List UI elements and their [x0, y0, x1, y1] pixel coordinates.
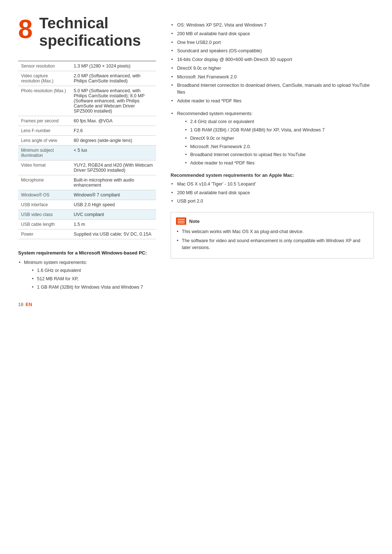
list-item: 1.6 GHz or equivalent [31, 267, 156, 274]
table-cell-label: Video format [18, 160, 71, 175]
table-cell-label: Lens angle of view [18, 135, 71, 145]
table-cell-label: Sensor resolution [18, 61, 71, 71]
right-minimum-list: OS: Windows XP SP2, Vista and Windows 72… [171, 22, 374, 105]
note-icon [176, 217, 186, 225]
table-row: Sensor resolution1.3 MP (1280 × 1024 pix… [18, 61, 156, 71]
list-item: DirectX 9.0c or higher [171, 65, 374, 72]
list-item: The software for video and sound enhance… [176, 237, 368, 251]
table-cell-value: F2.6 [71, 126, 156, 135]
table-row: Photo resolution (Max.)5.0 MP (Software … [18, 86, 156, 116]
note-box: Note This webcam works with Mac OS X as … [171, 212, 374, 258]
list-item: Microsoft .Net Framework 2.0. [184, 143, 374, 150]
table-row: Frames per second60 fps Max. @VGA [18, 116, 156, 126]
table-cell-label: Power [18, 229, 71, 239]
table-row: USB cable length1.5 m [18, 219, 156, 229]
table-row: MicrophoneBuilt-in microphone with audio… [18, 175, 156, 190]
list-item: Broadband Internet connection to upload … [184, 151, 374, 158]
table-cell-label: USB interface [18, 200, 71, 209]
page-language: EN [25, 302, 32, 307]
table-cell-value: Windows® 7 compliant [71, 190, 156, 200]
note-label: Note [189, 219, 200, 224]
table-cell-label: USB video class [18, 209, 71, 219]
page-title-block: 8 Technical specifications [18, 15, 156, 50]
list-item: Soundcard and speakers (OS-compatible) [171, 48, 374, 54]
table-cell-label: USB cable length [18, 219, 71, 229]
recommended-list-wrapper: Recommended system requirements: 2.4 GHz… [171, 110, 374, 167]
right-column: OS: Windows XP SP2, Vista and Windows 72… [171, 15, 374, 258]
table-cell-label: Minimum subject illumination [18, 145, 71, 160]
list-item: Mac OS X v10.4 'Tiger' - 10.5 'Leopard' [171, 181, 374, 188]
note-list: This webcam works with Mac OS X as plug-… [176, 228, 368, 251]
table-cell-label: Photo resolution (Max.) [18, 86, 71, 116]
list-item: 2.4 GHz dual core or equivalent [184, 118, 374, 125]
list-item: 200 MB of available hard disk space [171, 190, 374, 196]
table-row: USB interfaceUSB 2.0 High speed [18, 200, 156, 209]
specs-table: Sensor resolution1.3 MP (1280 × 1024 pix… [18, 61, 156, 239]
minimum-requirements-list: Minimum system requirements: 1.6 GHz or … [18, 259, 156, 291]
list-item: 512 MB RAM for XP, [31, 276, 156, 282]
recommended-sub-list: 2.4 GHz dual core or equivalent1 GB RAM … [184, 118, 374, 167]
table-cell-value: USB 2.0 High speed [71, 200, 156, 209]
table-cell-value: 2.0 MP (Software enhanced, with Philips … [71, 71, 156, 86]
table-cell-value: Built-in microphone with audio enhanceme… [71, 175, 156, 190]
table-cell-value: 80 degrees (wide-angle lens) [71, 135, 156, 145]
table-cell-value: 5.0 MP (Software enhanced, with Philips … [71, 86, 156, 116]
list-item: Adobe reader to read *PDF files [171, 98, 374, 105]
list-item: Broadband Internet connection to downloa… [171, 82, 374, 96]
table-cell-value: YUY2, RGB24 and I420 (With Webcam Driver… [71, 160, 156, 175]
list-item: DirectX 9.0c or higher [184, 135, 374, 142]
table-cell-value: < 5 lux [71, 145, 156, 160]
left-column: 8 Technical specifications Sensor resolu… [18, 15, 156, 307]
chapter-title: Technical specifications [39, 15, 141, 50]
page-number: 18 [18, 302, 23, 307]
title-line2: specifications [39, 32, 141, 49]
table-cell-label: Lens F-number [18, 126, 71, 135]
table-row: Video formatYUY2, RGB24 and I420 (With W… [18, 160, 156, 175]
table-cell-value: UVC compliant [71, 209, 156, 219]
table-cell-value: 1.5 m [71, 219, 156, 229]
chapter-number: 8 [18, 16, 33, 42]
list-item: 1 GB RAM (32Bit) / 2GB RAM (64Bit) for X… [184, 127, 374, 134]
min-req-item: Minimum system requirements: 1.6 GHz or … [18, 259, 156, 291]
table-row: Windows® OSWindows® 7 compliant [18, 190, 156, 200]
list-item: 200 MB of available hard disk space [171, 30, 374, 37]
table-cell-value: 60 fps Max. @VGA [71, 116, 156, 126]
note-header: Note [176, 217, 368, 225]
list-item: 16-bits Color display @ 800×600 with Dir… [171, 56, 374, 63]
table-cell-label: Video capture resolution (Max.) [18, 71, 71, 86]
table-row: USB video classUVC compliant [18, 209, 156, 219]
list-item: 1 GB RAM (32Bit) for Windows Vista and W… [31, 284, 156, 291]
mac-list: Mac OS X v10.4 'Tiger' - 10.5 'Leopard'2… [171, 181, 374, 205]
table-row: Minimum subject illumination< 5 lux [18, 145, 156, 160]
title-line1: Technical [39, 15, 109, 32]
table-row: Lens F-numberF2.6 [18, 126, 156, 135]
list-item: Microsoft .Net Framework 2.0 [171, 74, 374, 81]
list-item: OS: Windows XP SP2, Vista and Windows 7 [171, 22, 374, 29]
table-row: Video capture resolution (Max.)2.0 MP (S… [18, 71, 156, 86]
list-item: USB port 2.0 [171, 198, 374, 205]
table-cell-label: Windows® OS [18, 190, 71, 200]
list-item: This webcam works with Mac OS X as plug-… [176, 228, 368, 235]
table-row: Lens angle of view80 degrees (wide-angle… [18, 135, 156, 145]
table-cell-value: Supplied via USB cable; 5V DC, 0.15A [71, 229, 156, 239]
list-item: Adobe reader to read *PDF files [184, 160, 374, 167]
min-sub-list: 1.6 GHz or equivalent512 MB RAM for XP,1… [31, 267, 156, 290]
windows-requirements-heading: System requirements for a Microsoft Wind… [18, 250, 156, 256]
table-cell-label: Frames per second [18, 116, 71, 126]
table-cell-label: Microphone [18, 175, 71, 190]
recommended-item: Recommended system requirements: 2.4 GHz… [171, 110, 374, 167]
table-row: PowerSupplied via USB cable; 5V DC, 0.15… [18, 229, 156, 239]
page-footer: 18 EN [18, 302, 156, 307]
table-cell-value: 1.3 MP (1280 × 1024 pixels) [71, 61, 156, 71]
list-item: One free USB2.0 port [171, 39, 374, 46]
mac-heading: Recommended system requirements for an A… [171, 172, 374, 178]
min-heading: Minimum system requirements: [24, 260, 87, 265]
recommended-bullet-label: Recommended system requirements: [177, 111, 253, 116]
